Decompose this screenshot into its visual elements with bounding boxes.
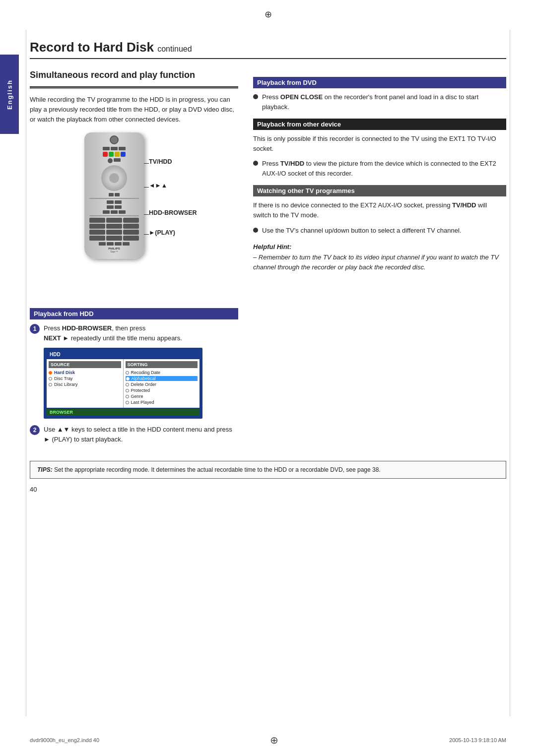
- helpful-hint: Helpful Hint: – Remember to turn the TV …: [253, 243, 506, 272]
- hdd-item-disc-library: Disc Library: [49, 382, 121, 387]
- remote-num-12: [123, 236, 139, 241]
- remote-color-row: [87, 152, 141, 157]
- hdd-radio-last-played: [126, 401, 129, 404]
- hdd-item-protected: Protected: [126, 388, 198, 393]
- remote-btn-hdd-2: [115, 200, 122, 204]
- tips-text: Set the appropriate recording mode. It d…: [54, 466, 381, 473]
- remote-row-5: [87, 210, 141, 214]
- hdd-item-delete-order: Delete Order: [126, 382, 198, 387]
- remote-row-1: [87, 147, 141, 150]
- remote-btn-red: [103, 152, 108, 157]
- hdd-screen-body: SOURCE Hard Disk Disc Tray: [47, 359, 200, 408]
- remote-btn-5-1: [103, 210, 110, 214]
- callout-line-play: [144, 234, 149, 235]
- hdd-item-alphabetical: Alphabetical: [126, 376, 198, 381]
- remote-btn-1: [103, 147, 110, 150]
- callout-hdd-browser: HDD-BROWSER: [149, 209, 197, 216]
- callout-line-tvhdd: [144, 163, 149, 164]
- hdd-item-genre: Genre: [126, 394, 198, 399]
- hdd-label-disc-tray: Disc Tray: [54, 376, 73, 381]
- left-border-line: [26, 30, 26, 716]
- callout-line-nav: [144, 187, 149, 188]
- remote-btn-round-1: [108, 158, 113, 163]
- remote-row-3: [87, 193, 141, 196]
- remote-numpad: [89, 218, 139, 241]
- callout-play: ►(PLAY): [149, 229, 175, 236]
- hdd-item-last-played: Last Played: [126, 400, 198, 405]
- remote-btn-hdd-browser: [107, 200, 114, 204]
- helpful-hint-title: Helpful Hint:: [253, 243, 506, 251]
- hdd-radio-hard-disk: [49, 371, 52, 375]
- hdd-label-alphabetical: Alphabetical: [132, 376, 156, 381]
- watching-tv-bullet-1: Use the TV's channel up/down button to s…: [253, 226, 506, 236]
- hdd-label-protected: Protected: [131, 388, 150, 393]
- playback-other-heading-text: Playback from other device: [257, 121, 341, 128]
- remote-nav: [101, 165, 127, 191]
- hdd-item-hard-disk: Hard Disk: [49, 370, 121, 375]
- remote-diagram: PHILIPS Sapr™ TV/HDD ◄►▲ HDD-BROWSER ►(P…: [65, 132, 203, 301]
- content-area: Record to Hard Disk continued Simultaneo…: [30, 40, 506, 493]
- remote-btn-blue: [121, 152, 126, 157]
- step-2-text: Use ▲▼ keys to select a title in the HDD…: [44, 425, 238, 444]
- reg-mark-top: ⊕: [265, 9, 272, 20]
- two-column-layout: Simultaneous record and play function Wh…: [30, 70, 506, 449]
- footer-left: dvdr9000h_eu_eng2.indd 40: [30, 737, 99, 743]
- page-title-text: Record to Hard Disk: [30, 40, 154, 55]
- hdd-source-col: SOURCE Hard Disk Disc Tray: [47, 359, 124, 408]
- remote-btn-tvhdd: [114, 158, 121, 162]
- page: ⊕ English Record to Hard Disk continued …: [0, 0, 536, 756]
- remote-num-2: [106, 218, 122, 223]
- page-title: Record to Hard Disk continued: [30, 40, 506, 59]
- callout-line-hdd: [144, 214, 149, 215]
- hdd-sorting-col: SORTING Recoding Date Alphabetical: [124, 359, 200, 408]
- helpful-hint-text: – Remember to turn the TV back to its vi…: [253, 252, 506, 272]
- hdd-label-hard-disk: Hard Disk: [54, 370, 75, 375]
- remote-num-8: [106, 230, 122, 235]
- playback-other-heading: Playback from other device: [253, 119, 506, 130]
- hdd-screen-title: HDD: [47, 351, 200, 358]
- playback-hdd-heading: Playback from HDD: [30, 308, 238, 319]
- remote-num-9: [123, 230, 139, 235]
- hdd-radio-genre: [126, 395, 129, 398]
- watching-tv-intro: If there is no device connected to the E…: [253, 200, 506, 220]
- remote-btn-bottom-4: [123, 242, 130, 246]
- remote-row-2: [87, 158, 141, 163]
- right-column: Playback from DVD Press OPEN CLOSE on th…: [253, 70, 506, 272]
- remote-num-7: [89, 230, 105, 235]
- remote-btn-bottom-3: [115, 242, 122, 246]
- remote-power-button: [110, 135, 119, 144]
- step-1-number: 1: [30, 324, 40, 334]
- bullet-dot-dvd: [253, 94, 258, 99]
- hdd-label-recording-date: Recoding Date: [131, 370, 161, 375]
- remote-row-hdd: [87, 200, 141, 204]
- hdd-label-genre: Genre: [131, 394, 143, 399]
- remote-num-4: [89, 224, 105, 229]
- remote-num-5: [106, 224, 122, 229]
- playback-dvd-heading-text: Playback from DVD: [257, 79, 317, 86]
- hdd-radio-alphabetical: [126, 377, 130, 380]
- remote-btn-3: [119, 147, 126, 150]
- callout-nav: ◄►▲: [149, 182, 167, 189]
- bullet-dot-tv: [253, 228, 258, 233]
- remote-btn-bottom-1: [99, 242, 106, 246]
- hdd-radio-delete-order: [126, 383, 129, 386]
- remote-btn-small-1: [109, 193, 114, 196]
- remote-model: Sapr™: [87, 250, 141, 253]
- remote-btn-yellow: [115, 152, 120, 157]
- playback-other-intro: This is only possible if this recorder i…: [253, 134, 506, 154]
- step-1: 1 Press HDD-BROWSER, then press NEXT ► r…: [30, 323, 238, 343]
- remote-btn-small-2: [115, 193, 120, 196]
- page-number: 40: [30, 486, 506, 493]
- hdd-radio-recording-date: [126, 371, 129, 375]
- watching-tv-text: Use the TV's channel up/down button to s…: [262, 226, 461, 236]
- intro-text: While recording the TV programme to the …: [30, 95, 238, 125]
- remote-num-11: [106, 236, 122, 241]
- step-2-number: 2: [30, 425, 40, 435]
- remote-row-play: [87, 205, 141, 209]
- hdd-label-disc-library: Disc Library: [54, 382, 78, 387]
- page-footer: dvdr9000h_eu_eng2.indd 40 ⊕ 2005-10-13 9…: [0, 734, 536, 746]
- watching-tv-heading: Watching other TV programmes: [253, 185, 506, 196]
- playback-other-bullet-1: Press TV/HDD to view the picture from th…: [253, 159, 506, 178]
- hdd-radio-disc-tray: [49, 377, 52, 380]
- playback-dvd-heading: Playback from DVD: [253, 77, 506, 88]
